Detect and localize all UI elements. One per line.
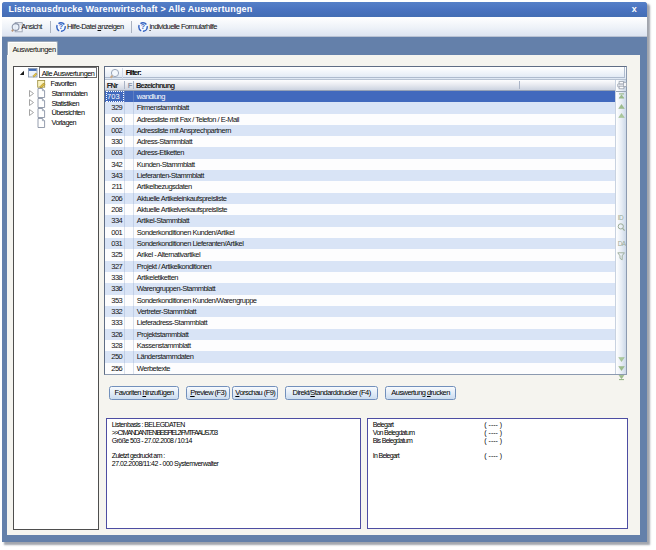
svg-text:?: ? [141, 23, 145, 30]
svg-text:?: ? [59, 23, 63, 30]
